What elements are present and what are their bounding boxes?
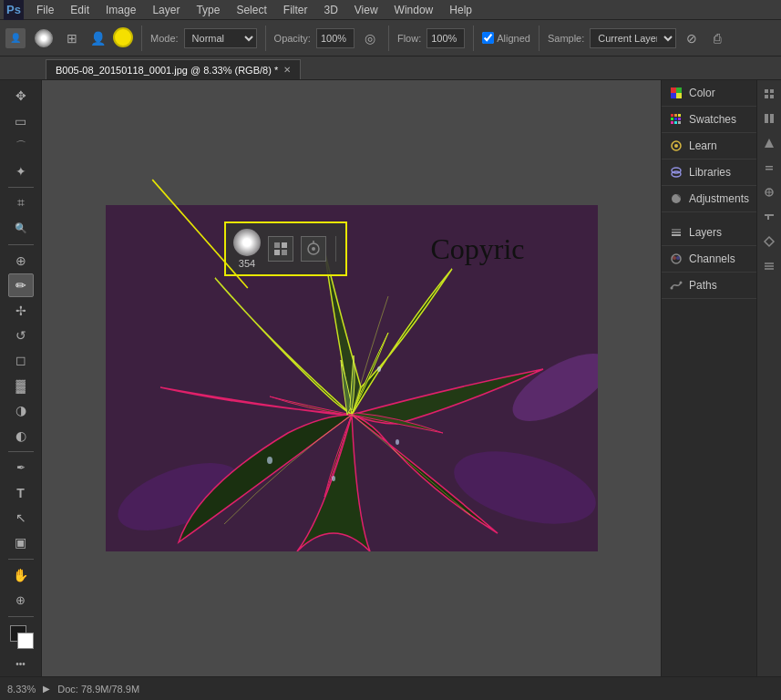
color-panel-item[interactable]: Color (662, 80, 756, 107)
menu-edit[interactable]: Edit (63, 2, 97, 18)
paths-panel-item[interactable]: Paths (662, 273, 756, 299)
healing-brush-tool[interactable]: ⊕ (8, 249, 34, 273)
layers-label: Layers (689, 226, 722, 239)
menu-window[interactable]: Window (387, 2, 441, 18)
menu-3d[interactable]: 3D (316, 2, 344, 18)
eyedropper-tool[interactable]: 🔍 (8, 216, 34, 240)
adjustments-label: Adjustments (689, 192, 749, 205)
svg-rect-27 (674, 121, 677, 124)
opacity-toggle-icon[interactable]: ◎ (360, 28, 380, 48)
blur-tool[interactable]: ◑ (8, 398, 34, 422)
user-avatar[interactable]: 👤 (5, 28, 26, 48)
adjustments-icon (669, 191, 683, 206)
svg-rect-42 (765, 89, 768, 93)
color-boxes[interactable] (6, 622, 36, 649)
svg-point-32 (672, 171, 681, 177)
status-arrow[interactable]: ▶ (43, 684, 50, 694)
adjustments-panel-item[interactable]: Adjustments (662, 186, 756, 212)
history-brush-tool[interactable]: ↺ (8, 324, 34, 347)
tool-sep-2 (8, 244, 34, 245)
panel-icon-1[interactable] (757, 82, 781, 106)
svg-rect-43 (770, 89, 774, 93)
hand-tool[interactable]: ✋ (8, 563, 34, 587)
menu-view[interactable]: View (347, 2, 385, 18)
app-logo: Ps (4, 0, 24, 20)
zoom-level: 8.33% (7, 684, 36, 695)
sample-select[interactable]: Current Layer All Layers (590, 28, 676, 48)
brush-options-icon[interactable] (31, 26, 57, 51)
move-tool[interactable]: ✥ (8, 84, 34, 108)
svg-point-7 (377, 366, 381, 372)
brush-indicator (113, 27, 133, 47)
menu-select[interactable]: Select (229, 2, 273, 18)
libraries-panel-item[interactable]: Libraries (662, 160, 756, 186)
svg-rect-10 (274, 250, 280, 255)
shape-tool[interactable]: ▣ (8, 530, 34, 554)
clone-source-icon[interactable]: 👤 (87, 28, 108, 48)
svg-rect-20 (671, 114, 673, 117)
menu-layer[interactable]: Layer (145, 2, 187, 18)
menu-bar: Ps File Edit Image Layer Type Select Fil… (0, 0, 781, 20)
swatches-panel-item[interactable]: Swatches (662, 107, 756, 133)
mode-label: Mode: (150, 33, 179, 44)
channels-panel-item[interactable]: Channels (662, 246, 756, 273)
share-icon[interactable]: ⎙ (707, 28, 727, 48)
svg-point-41 (680, 282, 683, 284)
magic-wand-tool[interactable]: ✦ (8, 159, 34, 182)
zoom-tool[interactable]: ⊕ (8, 588, 34, 612)
opacity-input[interactable] (316, 28, 355, 48)
mode-select[interactable]: Normal Multiply Screen (184, 28, 257, 48)
svg-rect-34 (672, 234, 681, 236)
layers-icon (669, 225, 683, 240)
menu-filter[interactable]: Filter (276, 2, 315, 18)
swatches-icon (669, 112, 683, 127)
options-bar: 👤 ⊞ 👤 Mode: Normal Multiply Screen Opaci… (0, 20, 781, 57)
tool-preset-icon[interactable] (301, 236, 326, 262)
path-select-tool[interactable]: ↖ (8, 506, 34, 530)
clone-stamp-tool[interactable]: ✢ (8, 298, 34, 322)
panel-icon-3[interactable] (757, 131, 781, 155)
right-panel: Color Swatche (661, 80, 781, 676)
background-color[interactable] (17, 633, 34, 649)
tab-close-button[interactable]: ✕ (283, 65, 291, 75)
panel-icon-4[interactable] (757, 156, 781, 180)
flow-input[interactable] (426, 28, 465, 48)
panel-icon-8[interactable] (757, 254, 781, 278)
layers-panel-item[interactable]: Layers (662, 220, 756, 246)
pen-tool[interactable]: ✒ (8, 456, 34, 479)
eraser-tool[interactable]: ◻ (8, 348, 34, 372)
dodge-tool[interactable]: ◐ (8, 424, 34, 448)
text-tool[interactable]: T (8, 480, 34, 504)
menu-file[interactable]: File (29, 2, 61, 18)
crop-tool[interactable]: ⌗ (8, 191, 34, 215)
aligned-check[interactable] (482, 32, 494, 44)
rect-select-tool[interactable]: ▭ (8, 108, 34, 132)
panel-icon-6[interactable] (757, 205, 781, 229)
panel-icon-2[interactable] (757, 107, 781, 130)
panel-icon-5[interactable] (757, 180, 781, 204)
separator-4 (473, 26, 474, 51)
lasso-tool[interactable]: ⌒ (8, 134, 34, 158)
separator-5 (539, 26, 540, 51)
svg-rect-26 (671, 121, 673, 124)
canvas[interactable]: Copyric (106, 205, 598, 551)
aligned-checkbox[interactable]: Aligned (482, 32, 530, 44)
gradient-tool[interactable]: ▓ (8, 374, 34, 397)
svg-point-13 (312, 247, 315, 251)
document-tab[interactable]: B005-08_20150118_0001.jpg @ 8.33% (RGB/8… (46, 59, 301, 79)
menu-help[interactable]: Help (442, 2, 479, 18)
svg-point-38 (673, 256, 676, 260)
opacity-label: Opacity: (274, 33, 311, 44)
learn-panel-item[interactable]: Learn (662, 133, 756, 160)
brush-preset-picker-icon[interactable] (268, 236, 293, 262)
brush-tool[interactable]: ✏ (8, 273, 34, 297)
tool-sep-5 (8, 616, 34, 617)
menu-type[interactable]: Type (189, 2, 227, 18)
menu-image[interactable]: Image (98, 2, 143, 18)
tool-sep-4 (8, 559, 34, 560)
panel-icon-7[interactable] (757, 230, 781, 253)
more-tools-button[interactable]: ••• (8, 653, 34, 676)
ignore-adjustments-icon[interactable]: ⊘ (682, 28, 702, 48)
svg-rect-54 (767, 214, 769, 220)
tablet-pressure-icon[interactable]: ⊞ (62, 28, 82, 48)
